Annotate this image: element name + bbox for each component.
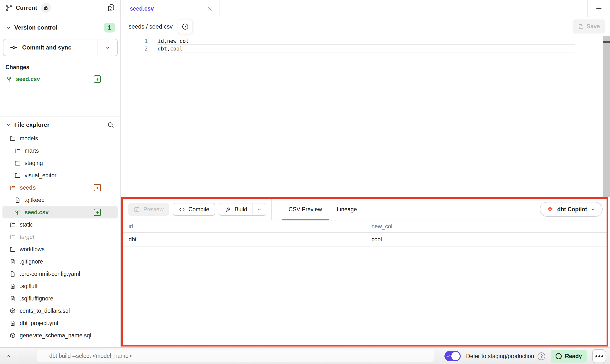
chevron-down-icon <box>590 206 596 212</box>
file-tree-label: cents_to_dollars.sql <box>20 308 70 314</box>
tab-lineage[interactable]: Lineage <box>329 199 364 220</box>
file-tree-item-target[interactable]: target <box>2 231 118 243</box>
preview-label: Preview <box>143 206 164 213</box>
column-header: new_col <box>372 223 607 230</box>
file-tree-label: visual_editor <box>25 172 56 179</box>
file-tree-item-staging[interactable]: staging <box>2 157 118 169</box>
search-icon[interactable] <box>107 121 114 129</box>
ellipsis-icon[interactable] <box>592 349 606 363</box>
file-icon <box>9 283 16 290</box>
csv-header-row: id new_col <box>123 220 607 233</box>
file-tree-item-marts[interactable]: marts <box>2 145 118 157</box>
row-separator <box>157 52 575 52</box>
code-editor[interactable]: 1 id,new_col 2 dbt,cool <box>121 36 610 199</box>
table-cell: dbt <box>123 236 372 243</box>
scrollbar-cursor-marker <box>603 41 610 43</box>
file-tree-label: seeds <box>20 184 36 191</box>
table-icon <box>134 206 140 213</box>
statusbar-divider <box>17 348 17 364</box>
main-area: seed.csv seeds / seed.csv Save <box>121 0 610 347</box>
compile-button[interactable]: Compile <box>173 203 215 216</box>
check-icon <box>446 353 452 359</box>
commit-and-sync-button[interactable]: Commit and sync <box>3 39 98 56</box>
toggle-knob <box>451 352 460 360</box>
editor-tab-bar: seed.csv <box>121 0 610 17</box>
defer-label: Defer to staging/production <box>466 353 534 360</box>
sidebar: Current Version control 1 Commit and syn… <box>0 0 121 347</box>
chevron-up-icon[interactable] <box>0 348 17 364</box>
tab-seed-csv[interactable]: seed.csv <box>123 0 220 17</box>
file-tree-item-dbt-project[interactable]: dbt_project.yml <box>2 317 118 329</box>
file-explorer-title: File explorer <box>14 121 50 128</box>
changes-count-badge: 1 <box>104 23 115 33</box>
folder-icon <box>14 148 21 154</box>
commit-icon <box>10 44 18 51</box>
version-control-title: Version control <box>14 24 57 31</box>
editor-line[interactable]: 1 id,new_col <box>121 37 610 45</box>
file-tree-label: target <box>20 234 34 240</box>
folder-icon <box>9 246 16 253</box>
file-tree-label: dbt_project.yml <box>20 320 58 327</box>
commit-and-sync-label: Commit and sync <box>22 44 71 51</box>
build-options-dropdown[interactable] <box>253 203 266 215</box>
file-tree-item-workflows[interactable]: workflows <box>2 243 118 255</box>
tab-title: seed.csv <box>130 5 154 12</box>
file-tree-label: .pre-commit-config.yaml <box>20 271 80 277</box>
file-tree-item-sqlfluffignore[interactable]: .sqlfluffignore <box>2 292 118 305</box>
command-input[interactable] <box>37 350 434 362</box>
commit-options-dropdown[interactable] <box>98 39 117 56</box>
file-tree-item-gitignore[interactable]: .gitignore <box>2 255 118 268</box>
seedling-icon <box>6 76 13 83</box>
file-tree-item-cents-to-dollars[interactable]: cents_to_dollars.sql <box>2 305 118 317</box>
changed-file-name: seed.csv <box>16 76 40 83</box>
panel-toolbar: Preview Compile Build <box>123 199 607 220</box>
file-tree-item-seed-csv[interactable]: seed.csv <box>2 206 118 218</box>
file-icon <box>9 271 16 277</box>
branch-header: Current <box>0 0 120 16</box>
copy-icon[interactable] <box>107 4 115 12</box>
file-tree-item-generate-schema-name[interactable]: generate_schema_name.sql <box>2 329 118 342</box>
line-text: dbt,cool <box>158 46 183 52</box>
folder-icon <box>14 160 21 166</box>
branch-name: Current <box>16 4 37 11</box>
file-tree-item-models[interactable]: models <box>2 132 118 145</box>
tab-csv-preview[interactable]: CSV Preview <box>281 199 329 220</box>
file-tree-label: static <box>20 221 33 228</box>
file-tree-item-seeds[interactable]: seeds <box>2 182 118 194</box>
file-explorer-header[interactable]: File explorer <box>5 121 115 128</box>
editor-line-active[interactable]: 2 dbt,cool <box>121 45 610 52</box>
save-label: Save <box>587 23 600 30</box>
question-icon[interactable]: ? <box>538 352 545 360</box>
build-button[interactable]: Build <box>219 203 253 215</box>
file-tree-label: models <box>20 135 38 142</box>
preview-button[interactable]: Preview <box>128 203 169 216</box>
version-control-header[interactable]: Version control 1 <box>5 23 115 33</box>
file-tree-item-pre-commit-config[interactable]: .pre-commit-config.yaml <box>2 268 118 280</box>
file-tree-item-gitkeep[interactable]: .gitkeep <box>2 194 118 206</box>
chevron-down-icon <box>104 44 111 51</box>
line-number: 1 <box>121 38 148 44</box>
line-number: 2 <box>121 46 148 52</box>
file-tree-item-sqlfluff[interactable]: .sqlfluff <box>2 280 118 292</box>
changed-file-row[interactable]: seed.csv <box>3 73 118 85</box>
compile-label: Compile <box>188 206 209 213</box>
compass-icon[interactable] <box>178 19 193 34</box>
close-icon[interactable] <box>207 5 213 12</box>
editor-scrollbar[interactable] <box>603 36 610 197</box>
file-tree-label: .gitignore <box>20 258 43 265</box>
ready-label: Ready <box>565 353 582 360</box>
dbt-copilot-button[interactable]: dbt Copilot <box>540 202 603 217</box>
new-tab-button[interactable] <box>587 0 610 17</box>
file-tree-item-static[interactable]: static <box>2 218 118 231</box>
file-tree-label: seed.csv <box>25 209 49 216</box>
build-split-button: Build <box>219 203 266 216</box>
defer-toggle[interactable] <box>444 351 461 361</box>
status-bar: Defer to staging/production ? Ready <box>0 347 610 364</box>
save-icon <box>578 23 584 30</box>
table-cell: cool <box>372 236 607 243</box>
save-button[interactable]: Save <box>573 19 605 33</box>
file-tree-label: staging <box>25 160 43 166</box>
status-badge: Ready <box>551 350 587 363</box>
file-tree-item-visual-editor[interactable]: visual_editor <box>2 169 118 182</box>
file-tree-label: generate_schema_name.sql <box>20 332 91 339</box>
